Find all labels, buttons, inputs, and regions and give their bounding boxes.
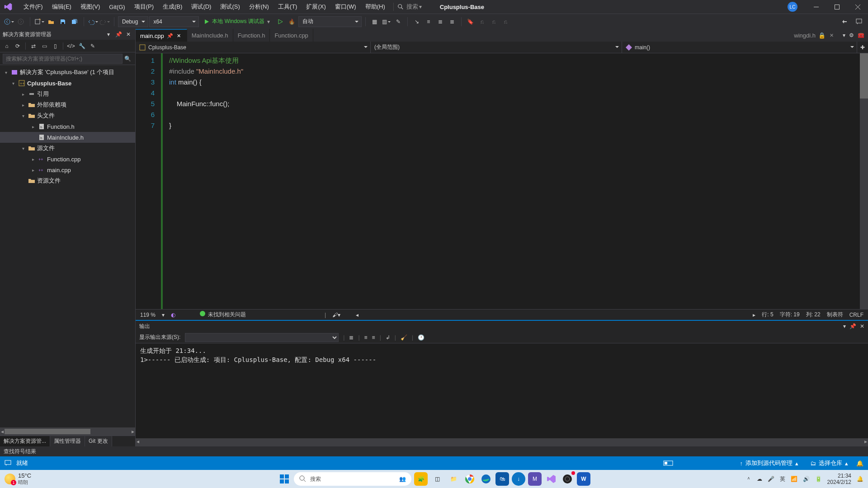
tab-maininclude-h[interactable]: MainInclude.h bbox=[187, 29, 233, 42]
exp-tool-5[interactable]: ▯ bbox=[50, 41, 60, 51]
tb-icon-3[interactable]: ✎ bbox=[393, 16, 404, 27]
home-icon[interactable]: ⌂ bbox=[2, 41, 12, 51]
menu-build[interactable]: 生成(B) bbox=[158, 0, 187, 14]
menu-git[interactable]: Git(G) bbox=[104, 0, 129, 14]
menu-help[interactable]: 帮助(H) bbox=[361, 0, 390, 14]
out-tool-3[interactable]: ≡ bbox=[372, 334, 375, 341]
notifications-icon[interactable]: 🔔 bbox=[857, 476, 863, 482]
auto-combo[interactable]: 自动 bbox=[298, 16, 362, 27]
tree-file-main-cpp[interactable]: ▸ ++ main.cpp bbox=[0, 164, 135, 175]
search-label[interactable]: 搜索 bbox=[406, 3, 418, 11]
explorer-search-input[interactable] bbox=[3, 54, 123, 64]
bookmark-icon[interactable]: 🔖 bbox=[465, 16, 476, 27]
onedrive-icon[interactable]: ☁ bbox=[757, 476, 762, 482]
taskbar-weather[interactable]: 15°C 晴朗 bbox=[5, 472, 54, 486]
tab-overflow-icon[interactable]: ▾ bbox=[843, 32, 845, 38]
out-tool-4[interactable]: ↲ bbox=[386, 334, 390, 341]
nav-back-button[interactable] bbox=[4, 16, 14, 27]
tb-icon-2[interactable]: ▥ bbox=[381, 16, 392, 27]
code-text[interactable]: //Windows Api基本使用 #include "MainInclude.… bbox=[163, 53, 860, 309]
menu-tools[interactable]: 工具(T) bbox=[274, 0, 302, 14]
search-go-icon[interactable]: 🔍 bbox=[123, 56, 132, 62]
menu-view[interactable]: 视图(V) bbox=[76, 0, 104, 14]
open-file-button[interactable] bbox=[46, 16, 57, 27]
output-hscroll[interactable]: ◂▸ bbox=[136, 438, 868, 446]
obs-icon[interactable] bbox=[561, 472, 574, 486]
code-editor[interactable]: 1 2 3 4 5 6 7 //Windows Api基本使用 #include… bbox=[136, 53, 868, 309]
undo-button[interactable] bbox=[88, 16, 99, 27]
tree-resources-folder[interactable]: 资源文件 bbox=[0, 175, 135, 186]
tree-file-maininclude-h[interactable]: h MainInclude.h bbox=[0, 132, 135, 143]
split-icon[interactable]: ✚ bbox=[857, 42, 868, 53]
menu-test[interactable]: 测试(S) bbox=[216, 0, 244, 14]
exp-tool-7[interactable]: ✎ bbox=[88, 41, 98, 51]
edge-icon[interactable] bbox=[479, 472, 493, 486]
app-blue-icon[interactable]: ↓ bbox=[512, 472, 525, 486]
nav-scope[interactable]: (全局范围) bbox=[371, 42, 622, 53]
tray-chevron-icon[interactable]: ＾ bbox=[746, 475, 751, 483]
output-pin-icon[interactable]: 📌 bbox=[849, 323, 856, 329]
feedback-icon[interactable] bbox=[5, 460, 12, 467]
btab-solution[interactable]: 解决方案资源管... bbox=[0, 436, 50, 446]
gear-icon[interactable]: ⚙ bbox=[849, 32, 854, 38]
wifi-icon[interactable]: 📶 bbox=[791, 476, 797, 482]
tree-project[interactable]: ▾ ++ Cplusplus-Base bbox=[0, 78, 135, 89]
add-source-control-button[interactable]: ↑ 添加到源代码管理 ▴ bbox=[736, 456, 802, 470]
health-icon[interactable]: ◐ bbox=[171, 312, 175, 318]
menu-window[interactable]: 窗口(W) bbox=[330, 0, 361, 14]
mic-icon[interactable]: 🎤 bbox=[768, 476, 774, 482]
close-icon[interactable]: ✕ bbox=[828, 32, 835, 38]
start-debug-button[interactable]: 本地 Windows 调试器▾ bbox=[200, 16, 274, 27]
tree-file-function-cpp[interactable]: ▸ ++ Function.cpp bbox=[0, 154, 135, 164]
store-icon[interactable]: 🛍 bbox=[495, 472, 509, 486]
hscroll-left[interactable]: ◂ bbox=[356, 312, 359, 318]
tree-headers-folder[interactable]: ▾ 头文件 bbox=[0, 110, 135, 121]
app-icon[interactable]: 🧩 bbox=[414, 472, 428, 486]
user-badge[interactable]: LC bbox=[788, 2, 797, 12]
visual-studio-icon[interactable] bbox=[544, 472, 558, 486]
battery-icon[interactable]: 🔋 bbox=[815, 476, 822, 482]
taskbar-clock[interactable]: 21:34 2024/2/12 bbox=[827, 473, 851, 485]
solution-tree[interactable]: ▾ 解决方案 'Cplusplus-Base' (1 个项目 ▾ ++ Cplu… bbox=[0, 65, 135, 427]
hot-reload-button[interactable]: 🔥 bbox=[287, 16, 297, 27]
save-button[interactable] bbox=[57, 16, 68, 27]
menu-file[interactable]: 文件(F) bbox=[19, 0, 47, 14]
explorer-dropdown-icon[interactable]: ▾ bbox=[104, 30, 113, 38]
file-explorer-icon[interactable]: 📁 bbox=[447, 472, 460, 486]
explorer-hscroll[interactable]: ◂ ▸ bbox=[0, 427, 135, 436]
new-item-button[interactable] bbox=[34, 16, 45, 27]
menu-debug[interactable]: 调试(D) bbox=[187, 0, 216, 14]
chrome-icon[interactable] bbox=[463, 472, 476, 486]
menu-analyze[interactable]: 分析(N) bbox=[245, 0, 274, 14]
search-icon[interactable] bbox=[397, 4, 404, 10]
tab-main-cpp[interactable]: main.cpp 📌 ✕ bbox=[136, 29, 187, 42]
nav-project[interactable]: Cplusplus-Base bbox=[136, 42, 371, 53]
task-view-icon[interactable]: ◫ bbox=[430, 472, 444, 486]
explorer-pin-icon[interactable]: 📌 bbox=[114, 30, 123, 38]
config-combo[interactable]: Debug bbox=[118, 16, 148, 27]
feedback-icon[interactable] bbox=[854, 16, 864, 27]
app-purple-icon[interactable]: M bbox=[528, 472, 542, 486]
tab-function-h[interactable]: Function.h bbox=[233, 29, 270, 42]
editor-vscroll[interactable] bbox=[860, 53, 868, 309]
tb-icon-6[interactable]: ≣ bbox=[435, 16, 446, 27]
tb-icon-7[interactable]: ≣ bbox=[447, 16, 458, 27]
tb-icon-4[interactable]: ↘ bbox=[411, 16, 422, 27]
tree-external-deps[interactable]: ▸ 外部依赖项 bbox=[0, 99, 135, 110]
wrench-icon[interactable]: 🔧 bbox=[77, 41, 87, 51]
taskbar-search[interactable]: 搜索 👥 bbox=[294, 472, 411, 486]
brush-icon[interactable]: 🖌▾ bbox=[332, 312, 340, 318]
window-close[interactable] bbox=[847, 0, 868, 14]
tree-file-function-h[interactable]: ▸ h Function.h bbox=[0, 121, 135, 132]
exp-tool-3[interactable]: ⇄ bbox=[28, 41, 38, 51]
live-share-icon[interactable] bbox=[839, 16, 850, 27]
tree-references[interactable]: ▸ 引用 bbox=[0, 89, 135, 99]
indent-mode[interactable]: 制表符 bbox=[827, 311, 843, 319]
btab-properties[interactable]: 属性管理器 bbox=[50, 436, 85, 446]
clock-icon[interactable]: 🕐 bbox=[418, 334, 425, 341]
output-text[interactable]: 生成开始于 21:34... 1>------ 已启动生成: 项目: Cplus… bbox=[136, 343, 868, 438]
platform-combo[interactable]: x64 bbox=[149, 16, 199, 27]
toolbox-icon[interactable]: 🧰 bbox=[858, 32, 864, 38]
tb-icon-1[interactable]: ▦ bbox=[369, 16, 380, 27]
tb-icon-5[interactable]: ≡ bbox=[423, 16, 434, 27]
